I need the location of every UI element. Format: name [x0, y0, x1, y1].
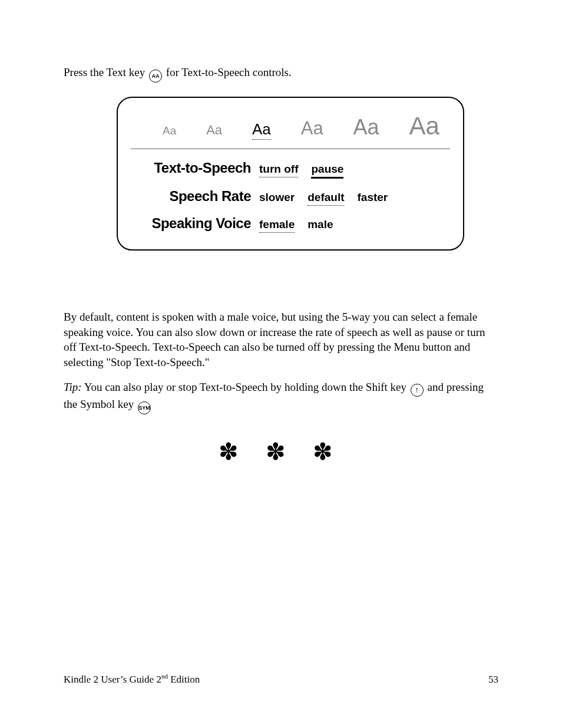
intro-post: for Text-to-Speech controls. — [166, 66, 292, 78]
setting-options: slowerdefaultfaster — [259, 191, 450, 206]
setting-options: turn offpause — [259, 163, 450, 179]
page-footer: Kindle 2 User’s Guide 2nd Edition 53 — [64, 673, 498, 686]
option-faster[interactable]: faster — [357, 191, 388, 205]
tip-label: Tip: — [64, 381, 82, 393]
option-male[interactable]: male — [308, 218, 333, 232]
font-size-option-4[interactable]: Aa — [301, 118, 323, 139]
option-slower[interactable]: slower — [259, 191, 295, 205]
shift-key-icon: ↑ — [411, 384, 424, 397]
tts-settings-panel: AaAaAaAaAaAa Text-to-Speechturn offpause… — [117, 97, 464, 251]
setting-row: Speech Rateslowerdefaultfaster — [131, 188, 450, 206]
intro-text: Press the Text key AA for Text-to-Speech… — [64, 65, 498, 83]
footer-title: Kindle 2 User’s Guide 2nd Edition — [64, 673, 200, 686]
tip-text-1: You can also play or stop Text-to-Speech… — [84, 381, 409, 393]
section-divider: ✽ ✽ ✽ — [64, 438, 498, 466]
tip-paragraph: Tip: You can also play or stop Text-to-S… — [64, 380, 498, 414]
font-size-option-3[interactable]: Aa — [252, 120, 271, 140]
setting-label: Text-to-Speech — [131, 160, 254, 176]
option-turn-off[interactable]: turn off — [259, 163, 298, 177]
font-size-option-5[interactable]: Aa — [353, 115, 379, 140]
page-number: 53 — [488, 674, 498, 686]
setting-options: femalemale — [259, 218, 450, 233]
option-default[interactable]: default — [308, 191, 344, 206]
option-pause[interactable]: pause — [311, 163, 343, 179]
font-size-row: AaAaAaAaAaAa — [131, 112, 450, 149]
symbol-key-icon: SYM — [138, 401, 151, 414]
option-female[interactable]: female — [259, 218, 295, 233]
panel-divider — [131, 149, 450, 149]
text-key-icon: AA — [149, 70, 162, 83]
setting-label: Speaking Voice — [131, 215, 254, 232]
font-size-option-6[interactable]: Aa — [409, 112, 439, 140]
font-size-option-2[interactable]: Aa — [206, 123, 222, 138]
body-paragraph: By default, content is spoken with a mal… — [64, 309, 498, 370]
setting-label: Speech Rate — [131, 188, 254, 205]
intro-pre: Press the Text key — [64, 66, 148, 78]
setting-row: Text-to-Speechturn offpause — [131, 160, 450, 179]
font-size-option-1[interactable]: Aa — [163, 124, 176, 137]
setting-row: Speaking Voicefemalemale — [131, 215, 450, 233]
